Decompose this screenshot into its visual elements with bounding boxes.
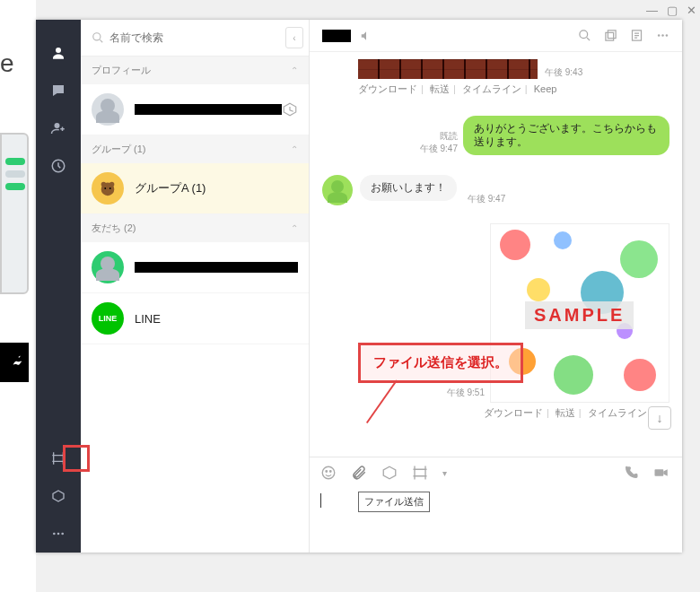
brick-time: 午後 9:43 <box>545 66 582 79</box>
svg-rect-16 <box>606 32 614 40</box>
svg-point-10 <box>101 182 107 187</box>
svg-marker-3 <box>53 491 64 501</box>
chat-panel: 午後 9:43 ダウンロード| 転送| タイムライン| Keep 既読 午後 9… <box>310 20 682 553</box>
contacts-panel: ‹ プロフィール ⌃ グループ (1) ⌃ グループA (1) 友だち (2) … <box>81 20 310 553</box>
friend-row-1[interactable] <box>81 242 309 293</box>
nav-add-friend[interactable] <box>36 109 81 147</box>
capture-dropdown[interactable]: ▾ <box>435 468 453 478</box>
svg-point-6 <box>61 533 64 535</box>
app-window: ‹ プロフィール ⌃ グループ (1) ⌃ グループA (1) 友だち (2) … <box>36 20 682 553</box>
keep-icon[interactable] <box>282 101 298 118</box>
nav-keep[interactable] <box>36 477 81 515</box>
chevron-up-icon: ⌃ <box>291 144 298 154</box>
svg-marker-24 <box>383 466 396 479</box>
svg-point-5 <box>57 533 60 535</box>
section-profile-label: プロフィール <box>92 64 151 77</box>
nav-more[interactable] <box>36 515 81 553</box>
svg-point-4 <box>53 533 56 535</box>
attach-file-icon[interactable] <box>351 465 369 481</box>
friend-row-line[interactable]: LINE LINE <box>81 293 309 344</box>
section-groups[interactable]: グループ (1) ⌃ <box>81 135 309 163</box>
section-friends[interactable]: 友だち (2) ⌃ <box>81 214 309 242</box>
action-download[interactable]: ダウンロード <box>484 407 543 418</box>
scroll-down-button[interactable]: ↓ <box>648 406 671 430</box>
friend-avatar <box>92 251 124 283</box>
svg-point-22 <box>326 471 328 473</box>
capture-tool-icon[interactable] <box>412 465 430 481</box>
bubble-out[interactable]: ありがとうございます。こちらからも送ります。 <box>463 116 669 155</box>
chat-header-actions <box>578 29 669 42</box>
sender-avatar[interactable] <box>322 175 353 205</box>
messages: 午後 9:43 ダウンロード| 転送| タイムライン| Keep 既読 午後 9… <box>310 52 682 457</box>
text-cursor <box>320 493 321 508</box>
call-icon[interactable] <box>623 465 641 481</box>
read-status: 既読 <box>420 130 458 143</box>
svg-point-0 <box>56 48 61 53</box>
svg-point-12 <box>104 187 106 189</box>
action-timeline[interactable]: タイムライン <box>462 83 521 94</box>
collapse-button[interactable]: ‹ <box>285 27 303 48</box>
sample-label: SAMPLE <box>525 301 634 329</box>
image-actions: ダウンロード| 転送| タイムライン| Keep <box>358 83 669 96</box>
line-avatar: LINE <box>92 302 124 335</box>
composer: ▾ ファイル送信 <box>310 457 682 553</box>
svg-point-14 <box>580 30 588 39</box>
profile-name-redacted <box>135 104 282 115</box>
annotation-callout: ファイル送信を選択。 <box>358 343 523 383</box>
svg-point-13 <box>109 187 111 189</box>
bg-letter: e <box>0 49 14 78</box>
message-out: 既読 午後 9:47 ありがとうございます。こちらからも送ります。 <box>322 116 669 155</box>
search-row: ‹ <box>81 20 309 57</box>
keep-tool-icon[interactable] <box>381 465 399 481</box>
svg-point-23 <box>330 471 332 473</box>
sample-time: 午後 9:51 <box>447 387 485 399</box>
message-input[interactable]: ファイル送信 <box>310 488 682 553</box>
more-icon[interactable] <box>656 29 669 42</box>
notes-icon[interactable] <box>630 29 643 42</box>
chat-header <box>310 20 682 52</box>
bubble-in[interactable]: お願いします！ <box>360 175 457 201</box>
action-keep[interactable]: Keep <box>534 83 557 94</box>
video-call-icon[interactable] <box>653 465 671 481</box>
sticker-icon[interactable] <box>320 465 338 481</box>
avatar-icon <box>92 93 124 126</box>
svg-point-21 <box>322 466 335 479</box>
annotation-box <box>63 445 90 472</box>
search-icon <box>92 31 104 44</box>
search-icon[interactable] <box>578 29 591 42</box>
window-controls: — ▢ ✕ <box>646 4 696 17</box>
svg-point-1 <box>55 123 60 128</box>
section-groups-label: グループ (1) <box>92 143 146 156</box>
line-name: LINE <box>135 312 298 326</box>
svg-rect-25 <box>655 469 664 476</box>
image-brick[interactable] <box>358 59 538 79</box>
action-forward[interactable]: 転送 <box>430 83 450 94</box>
nav-friends[interactable] <box>36 34 81 72</box>
chevron-up-icon: ⌃ <box>291 223 298 233</box>
section-profile[interactable]: プロフィール ⌃ <box>81 57 309 84</box>
svg-point-20 <box>666 34 669 37</box>
chevron-up-icon: ⌃ <box>291 65 298 75</box>
background: e <box>0 0 36 592</box>
search-input[interactable] <box>109 31 285 44</box>
nav-chats[interactable] <box>36 72 81 109</box>
message-in: お願いします！ 午後 9:47 <box>322 175 669 205</box>
nav-timeline[interactable] <box>36 147 81 185</box>
group-row[interactable]: グループA (1) <box>81 163 309 214</box>
close-button[interactable]: ✕ <box>687 4 696 17</box>
navbar <box>36 20 81 553</box>
action-download[interactable]: ダウンロード <box>358 83 417 94</box>
group-avatar <box>92 172 124 205</box>
action-forward[interactable]: 転送 <box>556 407 575 418</box>
section-friends-label: 友だち (2) <box>92 222 136 235</box>
svg-rect-15 <box>608 30 616 39</box>
minimize-button[interactable]: — <box>646 4 658 17</box>
profile-row[interactable] <box>81 84 309 135</box>
action-timeline[interactable]: タイムライン <box>588 407 647 418</box>
svg-point-19 <box>661 34 664 37</box>
maximize-button[interactable]: ▢ <box>667 4 678 17</box>
speaker-icon[interactable] <box>360 30 372 42</box>
svg-point-18 <box>658 34 661 37</box>
windows-icon[interactable] <box>604 29 617 42</box>
friend-name-redacted <box>135 262 298 273</box>
